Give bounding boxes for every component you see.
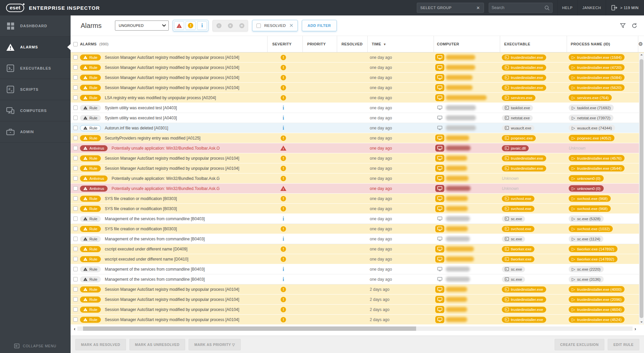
column-settings-gear-icon[interactable]: ⚙ [638,41,643,47]
column-header-time[interactable]: TIME ▾ [372,36,386,52]
row-checkbox[interactable] [73,106,78,110]
search-input[interactable] [492,5,545,10]
table-row[interactable]: Rule Session Manager AutoStart registry … [71,315,644,325]
refresh-icon[interactable] [632,23,637,29]
row-checkbox[interactable] [73,166,78,170]
column-header-process[interactable]: PROCESS NAME (ID) [571,36,610,52]
mark-as-unresolved-button[interactable]: MARK AS UNRESOLVED [129,339,186,350]
column-header-computer[interactable]: COMPUTER [437,36,459,52]
table-row[interactable]: Rule SYS file creation or modification [… [71,204,644,214]
row-checkbox[interactable] [73,237,78,241]
table-row[interactable]: Antivirus Potentially unsafe application… [71,173,644,184]
priority-filter-3[interactable]: III [237,21,247,30]
table-row[interactable]: Rule System utility was executed test [A… [71,113,644,123]
severity-filter-critical[interactable] [174,21,184,30]
mark-as-resolved-button[interactable]: MARK AS RESOLVED [75,339,126,350]
create-exclusion-button[interactable]: CREATE EXCLUSION [555,339,605,350]
severity-filter-warning[interactable]: ! [186,21,196,30]
table-row[interactable]: Antivirus Potentially unsafe application… [71,184,644,194]
table-row[interactable]: Rule Management of the services from com… [71,234,644,244]
row-checkbox[interactable] [73,267,78,271]
group-by-select[interactable]: UNGROUPED [115,21,169,31]
table-row[interactable]: Rule Session Manager AutoStart registry … [71,305,644,315]
mark-as-priority-button[interactable]: MARK AS PRIORITY ▽ [189,339,241,350]
collapse-menu-button[interactable]: COLLAPSE MENU [0,344,71,348]
table-row[interactable]: Rule Management of the services from com… [71,274,644,284]
table-row[interactable]: Rule Autorun.inf file was deleted [A0301… [71,123,644,133]
row-checkbox[interactable] [73,156,78,160]
vertical-scrollbar[interactable]: ⌃ ⌄ [639,53,644,324]
horizontal-scrollbar[interactable]: ‹ › [72,326,638,331]
row-checkbox[interactable] [73,176,78,181]
close-icon[interactable]: ✕ [476,5,480,10]
table-row[interactable]: Rule SecurityProviders registry entry wa… [71,133,644,143]
table-row[interactable]: Rule Session Manager AutoStart registry … [71,153,644,163]
sidebar-item-executables[interactable]: EXECUTABLES [0,58,71,79]
table-row[interactable]: Rule wscript executed under different na… [71,254,644,264]
row-checkbox[interactable] [73,116,78,120]
edit-rule-button[interactable]: EDIT RULE [608,339,639,350]
resolved-filter-chip[interactable]: RESOLVED ✕ [252,20,298,31]
table-row[interactable]: Rule Session Manager AutoStart registry … [71,83,644,93]
search-box[interactable] [489,3,553,13]
table-row[interactable]: Rule LSA registry entry was modified by … [71,93,644,103]
remove-filter-icon[interactable]: ✕ [289,23,293,29]
table-row[interactable]: Rule Session Manager AutoStart registry … [71,163,644,173]
row-checkbox[interactable] [73,277,78,281]
table-row[interactable]: Rule SYS file creation or modification [… [71,224,644,234]
row-checkbox[interactable] [73,287,78,291]
column-header-alarms[interactable]: ALARMS (990) [80,36,109,52]
row-checkbox[interactable] [73,206,78,211]
filter-funnel-icon[interactable] [620,23,626,28]
table-row[interactable]: Rule System utility was executed test [A… [71,103,644,113]
row-checkbox[interactable] [73,196,78,201]
session-box[interactable]: > 119 MIN [606,0,644,15]
priority-filter-2[interactable]: II [225,21,235,30]
table-row[interactable]: Rule Session Manager AutoStart registry … [71,73,644,83]
row-checkbox[interactable] [73,55,78,60]
help-link[interactable]: HELP [557,0,577,15]
select-all-checkbox[interactable] [73,42,78,46]
vertical-scrollbar-thumb[interactable] [640,59,643,318]
column-header-executable[interactable]: EXECUTABLE [504,36,530,52]
sidebar-item-dashboard[interactable]: DASHBOARD [0,15,71,37]
row-checkbox[interactable] [73,65,78,70]
row-checkbox[interactable] [73,136,78,140]
column-header-resolved[interactable]: RESOLVED [341,36,363,52]
table-row[interactable]: Rule Management of the services from com… [71,264,644,274]
horizontal-scrollbar-thumb[interactable] [83,326,416,331]
row-checkbox[interactable] [73,297,78,302]
column-header-severity[interactable]: SEVERITY [272,36,292,52]
scroll-left-icon[interactable]: ‹ [72,326,77,331]
user-menu[interactable]: JANKECH [577,0,606,15]
row-checkbox[interactable] [73,227,78,231]
table-row[interactable]: Antivirus Potentially unsafe application… [71,143,644,153]
row-checkbox[interactable] [73,247,78,251]
table-row[interactable]: Rule SYS file creation or modification [… [71,194,644,204]
table-row[interactable]: Rule Management of the services from com… [71,214,644,224]
add-filter-button[interactable]: ADD FILTER [302,20,337,31]
row-checkbox[interactable] [73,85,78,90]
row-checkbox[interactable] [73,257,78,261]
row-checkbox[interactable] [73,126,78,130]
resolved-checkbox[interactable] [256,24,261,28]
table-row[interactable]: Rule Session Manager AutoStart registry … [71,295,644,305]
select-group-button[interactable]: SELECT GROUP ✕ [417,3,484,13]
row-checkbox[interactable] [73,95,78,100]
row-checkbox[interactable] [73,146,78,150]
row-checkbox[interactable] [73,186,78,191]
scroll-right-icon[interactable]: › [633,326,638,331]
column-header-priority[interactable]: PRIORITY [307,36,326,52]
row-checkbox[interactable] [73,307,78,312]
sidebar-item-scripts[interactable]: # SCRIPTS [0,79,71,100]
severity-filter-info[interactable]: i [197,21,207,30]
row-checkbox[interactable] [73,217,78,221]
table-row[interactable]: Rule Session Manager AutoStart registry … [71,63,644,73]
table-row[interactable]: Rule cscript executed under different na… [71,244,644,254]
row-checkbox[interactable] [73,75,78,80]
sidebar-item-admin[interactable]: ADMIN [0,121,71,143]
priority-filter-1[interactable]: I [214,21,224,30]
sidebar-item-alarms[interactable]: ALARMS [0,37,71,58]
table-row[interactable]: Rule Session Manager AutoStart registry … [71,52,644,63]
sidebar-item-computers[interactable]: COMPUTERS [0,100,71,121]
